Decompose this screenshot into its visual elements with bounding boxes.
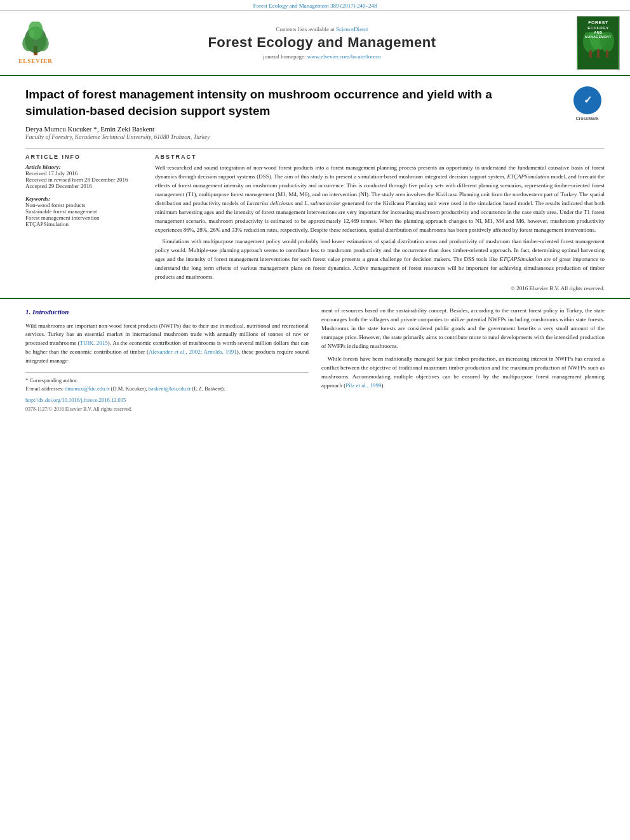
doi-link[interactable]: http://dx.doi.org/10.1016/j.foreco.2016.… xyxy=(25,397,126,403)
svg-text:ECOLOGY: ECOLOGY xyxy=(587,26,609,30)
intro-para-1: Wild mushrooms are important non-wood fo… xyxy=(25,322,309,366)
revised-date: Received in revised form 28 December 201… xyxy=(25,177,140,183)
divider xyxy=(25,148,605,149)
intro-para-right-2: While forests have been traditionally ma… xyxy=(321,355,605,390)
svg-text:AND: AND xyxy=(594,30,602,34)
received-date: Received 17 July 2016 xyxy=(25,170,140,177)
journal-title: Forest Ecology and Management xyxy=(67,34,577,51)
abstract-paragraph-1: Well-researched and sound integration of… xyxy=(155,164,605,235)
elsevier-label: ELSEVIER xyxy=(18,58,53,64)
keywords-label: Keywords: xyxy=(25,196,140,202)
homepage-line: journal homepage: www.elsevier.com/locat… xyxy=(67,53,577,60)
keywords-section: Keywords: Non-wood forest products Susta… xyxy=(25,196,140,227)
svg-rect-12 xyxy=(606,50,608,58)
info-abstract-row: ARTICLE INFO Article history: Received 1… xyxy=(25,154,605,291)
sciencedirect-link[interactable]: ScienceDirect xyxy=(336,26,368,32)
article-title: Impact of forest management intensity on… xyxy=(25,86,605,119)
article-content-section: Impact of forest management intensity on… xyxy=(0,76,630,299)
copyright-line: © 2016 Elsevier B.V. All rights reserved… xyxy=(155,285,605,291)
abstract-panel: ABSTRACT Well-researched and sound integ… xyxy=(155,154,605,291)
elsevier-logo: ELSEVIER xyxy=(10,22,61,64)
crossmark-label: CrossMark xyxy=(575,116,598,121)
sciencedirect-line: Contents lists available at ScienceDirec… xyxy=(67,26,577,32)
section-1-title: 1. Introduction xyxy=(25,307,309,317)
email1-link[interactable]: dmumcu@ktu.edu.tr xyxy=(65,385,109,392)
doi-line: http://dx.doi.org/10.1016/j.foreco.2016.… xyxy=(25,396,309,404)
abstract-heading: ABSTRACT xyxy=(155,154,605,160)
svg-text:✓: ✓ xyxy=(583,95,591,105)
ref-pilz[interactable]: Pilz et al., 1999 xyxy=(345,382,381,389)
svg-text:MANAGEMENT: MANAGEMENT xyxy=(585,35,611,39)
svg-rect-10 xyxy=(589,50,592,58)
journal-cover-image: FOREST ECOLOGY AND MANAGEMENT xyxy=(577,16,620,70)
homepage-url[interactable]: www.elsevier.com/locate/foreco xyxy=(307,53,381,60)
journal-reference-text: Forest Ecology and Management 389 (2017)… xyxy=(253,3,377,9)
article-info-heading: ARTICLE INFO xyxy=(25,154,140,160)
svg-rect-11 xyxy=(597,49,600,58)
ref-alexander[interactable]: Alexander et al., 2002; Arnolds, 1991 xyxy=(149,349,237,355)
body-col-right: ment of resources based on the sustainab… xyxy=(321,307,605,413)
article-info-panel: ARTICLE INFO Article history: Received 1… xyxy=(25,154,140,291)
issn-line: 0378-1127/© 2016 Elsevier B.V. All right… xyxy=(25,406,309,413)
svg-point-5 xyxy=(29,29,35,37)
affiliation: Faculty of Forestry, Karadeniz Technical… xyxy=(25,134,605,140)
ref-tuik[interactable]: TUIK, 2015 xyxy=(80,340,108,346)
article-history-label: Article history: xyxy=(25,164,140,170)
journal-header: ELSEVIER Contents lists available at Sci… xyxy=(0,11,630,76)
email-line: E-mail addresses: dmumcu@ktu.edu.tr (D.M… xyxy=(25,385,309,393)
body-col-left: 1. Introduction Wild mushrooms are impor… xyxy=(25,307,309,413)
journal-center: Contents lists available at ScienceDirec… xyxy=(67,26,577,60)
accepted-date: Accepted 29 December 2016 xyxy=(25,183,140,189)
main-body: 1. Introduction Wild mushrooms are impor… xyxy=(0,307,630,426)
crossmark-badge: ✓ CrossMark xyxy=(570,86,605,121)
intro-para-right-1: ment of resources based on the sustainab… xyxy=(321,307,605,351)
email2-link[interactable]: baskent@ktu.edu.tr xyxy=(149,385,191,392)
keyword-3: Forest management intervention xyxy=(25,215,140,221)
svg-text:FOREST: FOREST xyxy=(588,20,608,25)
corresponding-author-note: * Corresponding author. xyxy=(25,377,309,385)
keyword-1: Non-wood forest products xyxy=(25,202,140,208)
keyword-4: ETÇAPSimulation xyxy=(25,221,140,227)
footnote-area: * Corresponding author. E-mail addresses… xyxy=(25,372,309,413)
crossmark-icon: ✓ xyxy=(573,86,601,114)
keyword-2: Sustainable forest management xyxy=(25,208,140,215)
abstract-paragraph-2: Simulations with multipurpose management… xyxy=(155,237,605,282)
authors-line: Derya Mumcu Kucuker *, Emin Zeki Baskent xyxy=(25,125,605,133)
journal-reference-bar: Forest Ecology and Management 389 (2017)… xyxy=(0,0,630,11)
two-col-body: 1. Introduction Wild mushrooms are impor… xyxy=(25,307,605,413)
